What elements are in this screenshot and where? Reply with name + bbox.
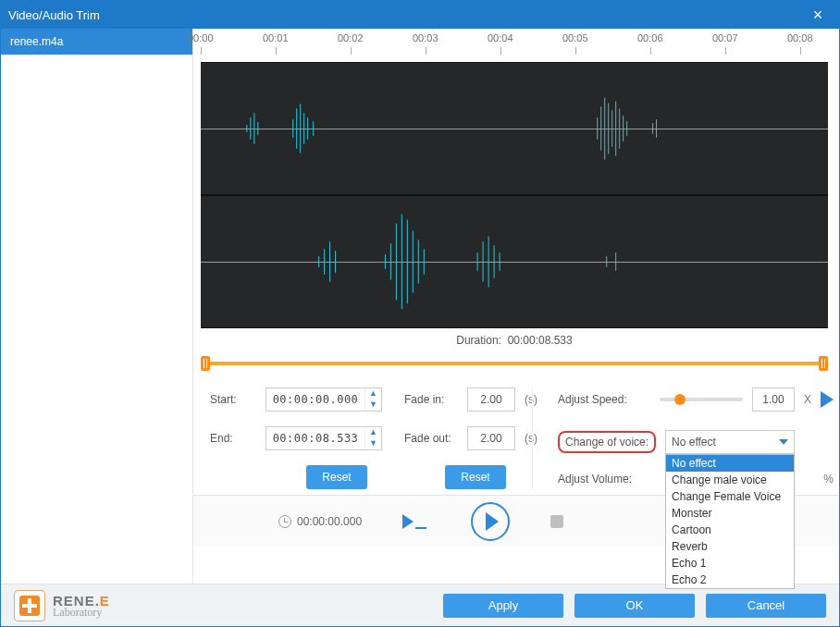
brand-logo: RENE.E Laboratory	[14, 590, 110, 621]
waveform-left-channel[interactable]	[201, 62, 828, 195]
chevron-up-icon[interactable]: ▲	[365, 388, 381, 400]
duration-readout: Duration: 00:00:08.533	[201, 328, 828, 356]
ruler-tick: 00:04	[488, 32, 513, 43]
ruler-tick: 00:08	[787, 32, 813, 43]
clock-icon	[278, 515, 291, 528]
ruler-tick: 00:05	[562, 32, 588, 43]
playback-time: 00:00:00.000	[278, 515, 362, 528]
cancel-button[interactable]: Cancel	[706, 594, 826, 618]
voice-dropdown-list[interactable]: No effect Change male voice Change Femal…	[665, 454, 795, 589]
sidebar-file-item[interactable]: renee.m4a	[1, 29, 192, 55]
window-title: Video/Audio Trim	[8, 8, 804, 22]
controls-panel: Start: ▲▼ Fade in: (s) End: ▲▼	[193, 371, 839, 495]
reset-fade-button[interactable]: Reset	[445, 465, 506, 489]
voice-label: Change of voice:	[565, 436, 649, 449]
waveform-right-channel[interactable]	[201, 195, 828, 328]
speed-value-input[interactable]	[752, 387, 795, 412]
voice-option[interactable]: Echo 2	[666, 572, 794, 588]
seconds-unit: (s)	[525, 393, 537, 406]
play-preview-icon[interactable]	[821, 391, 834, 408]
voice-option[interactable]: Change Female Voice	[666, 488, 794, 505]
vertical-divider	[532, 387, 533, 489]
voice-label-highlight: Change of voice:	[558, 431, 656, 453]
file-sidebar: renee.m4a	[1, 29, 193, 584]
logo-badge-icon	[14, 590, 45, 621]
ruler-tick: 00:07	[712, 32, 738, 43]
play-icon	[486, 512, 499, 531]
end-time-field[interactable]	[266, 432, 364, 445]
voice-dropdown[interactable]: No effect	[665, 430, 795, 454]
play-to-mark-button[interactable]	[402, 514, 426, 529]
end-time-input[interactable]: ▲▼	[266, 426, 382, 450]
trim-handle-end[interactable]	[819, 356, 828, 371]
controls-right: Adjust Speed: X Change of voice: No effe…	[558, 387, 834, 489]
voice-option[interactable]: Change male voice	[666, 472, 794, 488]
ok-button[interactable]: OK	[574, 594, 695, 618]
trim-handle-start[interactable]	[201, 356, 210, 371]
apply-button[interactable]: Apply	[443, 594, 563, 618]
fadeout-input[interactable]	[467, 426, 515, 450]
titlebar: Video/Audio Trim ×	[1, 1, 839, 29]
chevron-down-icon	[779, 439, 788, 445]
logo-subtext: Laboratory	[53, 607, 110, 618]
ruler-tick: 00:02	[338, 32, 364, 43]
voice-selected-value: No effect	[672, 436, 716, 449]
fadeout-label: Fade out:	[404, 432, 458, 445]
time-ruler: 00:00 00:01 00:02 00:03 00:04 00:05 00:0…	[201, 29, 828, 62]
controls-left: Start: ▲▼ Fade in: (s) End: ▲▼	[210, 387, 543, 489]
start-time-input[interactable]: ▲▼	[266, 387, 382, 412]
start-time-field[interactable]	[266, 393, 364, 406]
voice-option[interactable]: Cartoon	[666, 522, 794, 538]
ruler-tick: 00:01	[263, 32, 289, 43]
voice-option[interactable]: Monster	[666, 505, 794, 522]
play-button[interactable]	[471, 502, 510, 541]
trim-slider-region: Duration: 00:00:08.533	[193, 328, 839, 371]
voice-option[interactable]: Echo 1	[666, 555, 794, 572]
ruler-tick: 00:03	[413, 32, 439, 43]
volume-label: Adjust Volume:	[558, 473, 650, 486]
main-panel: 00:00 00:01 00:02 00:03 00:04 00:05 00:0…	[193, 29, 839, 584]
seconds-unit: (s)	[525, 432, 537, 445]
end-label: End:	[210, 432, 256, 445]
trim-range-bar[interactable]	[201, 356, 828, 371]
stop-button[interactable]	[550, 515, 563, 528]
footer: RENE.E Laboratory Apply OK Cancel	[1, 584, 839, 626]
voice-dropdown-wrap: No effect No effect Change male voice Ch…	[665, 430, 834, 454]
voice-option[interactable]: Reverb	[666, 538, 794, 555]
chevron-down-icon[interactable]: ▼	[365, 438, 381, 449]
window: Video/Audio Trim × renee.m4a 00:00 00:01…	[0, 0, 840, 627]
body: renee.m4a 00:00 00:01 00:02 00:03 00:04 …	[1, 29, 839, 584]
speed-slider[interactable]	[660, 398, 743, 401]
fadein-input[interactable]	[467, 387, 515, 412]
ruler-and-waveform: 00:00 00:01 00:02 00:03 00:04 00:05 00:0…	[193, 29, 839, 328]
speed-label: Adjust Speed:	[558, 393, 650, 406]
voice-option[interactable]: No effect	[666, 455, 794, 472]
close-icon[interactable]: ×	[804, 6, 832, 25]
ruler-tick: 00:00	[188, 32, 214, 43]
speed-unit: X	[804, 393, 811, 406]
fadein-label: Fade in:	[404, 393, 458, 406]
reset-trim-button[interactable]: Reset	[306, 465, 367, 489]
chevron-up-icon[interactable]: ▲	[365, 427, 381, 438]
chevron-down-icon[interactable]: ▼	[365, 400, 381, 411]
start-label: Start:	[210, 393, 256, 406]
ruler-tick: 00:06	[637, 32, 663, 43]
volume-unit: %	[823, 473, 834, 486]
